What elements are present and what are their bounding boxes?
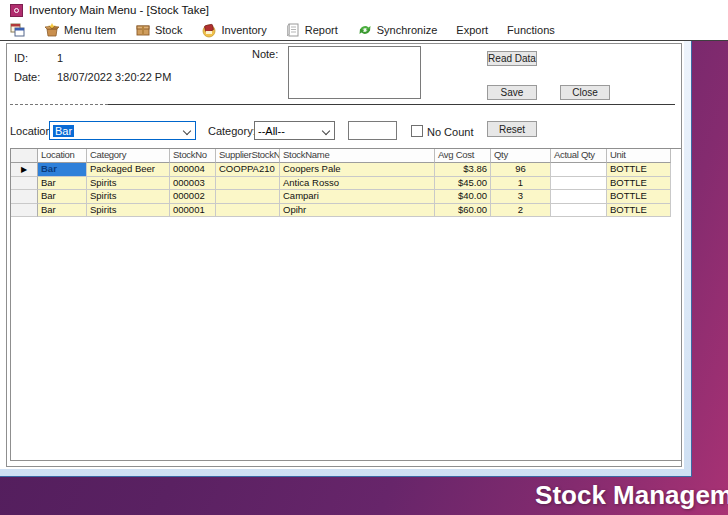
grid-cell[interactable]: 000002 bbox=[170, 190, 216, 204]
menu-item-icon bbox=[44, 22, 60, 38]
stock-label: Stock bbox=[155, 24, 183, 36]
export-button[interactable]: Export bbox=[454, 20, 490, 40]
row-header-cell bbox=[11, 190, 38, 204]
location-label: Location: bbox=[10, 125, 55, 137]
grid-cell[interactable]: 000001 bbox=[170, 204, 216, 218]
stock-take-form: ID: 1 Date: 18/07/2022 3:20:22 PM Note: … bbox=[0, 41, 692, 477]
grid-cell[interactable]: 2 bbox=[491, 204, 551, 218]
grid-cell[interactable] bbox=[216, 204, 280, 218]
grid-cell[interactable]: $40.00 bbox=[435, 190, 491, 204]
row-arrow-icon: ▶ bbox=[21, 165, 27, 174]
column-header-category[interactable]: Category bbox=[87, 149, 170, 163]
grid-cell[interactable]: Antica Rosso bbox=[280, 177, 435, 191]
grid-cell[interactable]: Packaged Beer bbox=[87, 163, 170, 177]
grid-cell[interactable]: 000004 bbox=[170, 163, 216, 177]
grid-cell[interactable]: Bar bbox=[38, 190, 87, 204]
grid-cell[interactable]: Coopers Pale bbox=[280, 163, 435, 177]
current-row-indicator: ▶ bbox=[11, 163, 38, 177]
grid-cell[interactable]: Bar bbox=[38, 204, 87, 218]
functions-button[interactable]: Functions bbox=[505, 20, 557, 40]
grid-cell[interactable] bbox=[216, 177, 280, 191]
reset-button[interactable]: Reset bbox=[487, 121, 537, 137]
grid-cell[interactable]: $3.86 bbox=[435, 163, 491, 177]
column-header-avg-cost[interactable]: Avg Cost bbox=[435, 149, 491, 163]
grid-corner-cell bbox=[11, 149, 38, 163]
column-header-unit[interactable]: Unit bbox=[607, 149, 671, 163]
table-row[interactable]: BarSpirits000003Antica Rosso$45.001BOTTL… bbox=[11, 177, 681, 191]
separator-line bbox=[108, 104, 675, 105]
grid-cell[interactable]: BOTTLE bbox=[607, 177, 671, 191]
grid-cell[interactable]: 3 bbox=[491, 190, 551, 204]
chevron-down-icon bbox=[322, 127, 330, 135]
close-button[interactable]: Close bbox=[560, 85, 610, 100]
id-value: 1 bbox=[57, 52, 63, 64]
grid-cell[interactable]: COOPPA210 bbox=[216, 163, 280, 177]
stock-take-grid[interactable]: LocationCategoryStockNoSupplierStockNoSt… bbox=[10, 148, 682, 461]
category-combobox[interactable]: --All-- bbox=[254, 121, 335, 140]
grid-cell[interactable]: Spirits bbox=[87, 177, 170, 191]
grid-cell[interactable] bbox=[551, 177, 607, 191]
grid-cell[interactable]: 1 bbox=[491, 177, 551, 191]
chevron-down-icon bbox=[183, 127, 191, 135]
location-combobox[interactable]: Bar bbox=[49, 121, 196, 140]
inventory-label: Inventory bbox=[221, 24, 266, 36]
column-header-qty[interactable]: Qty bbox=[491, 149, 551, 163]
no-count-checkbox[interactable] bbox=[411, 125, 423, 137]
table-row[interactable]: ▶BarPackaged Beer000004COOPPA210Coopers … bbox=[11, 163, 681, 177]
stock-button[interactable]: Stock bbox=[133, 20, 185, 40]
grid-cell[interactable]: Campari bbox=[280, 190, 435, 204]
grid-cell[interactable]: 000003 bbox=[170, 177, 216, 191]
report-button[interactable]: Report bbox=[284, 20, 340, 40]
table-row[interactable]: BarSpirits000001Opihr$60.002BOTTLE bbox=[11, 204, 681, 218]
grid-cell[interactable]: Opihr bbox=[280, 204, 435, 218]
column-header-stockname[interactable]: StockName bbox=[280, 149, 435, 163]
column-header-actual-qty[interactable]: Actual Qty bbox=[551, 149, 607, 163]
grid-cell[interactable]: Spirits bbox=[87, 190, 170, 204]
cascade-windows-icon[interactable] bbox=[8, 20, 27, 40]
category-value: --All-- bbox=[258, 125, 285, 137]
app-icon bbox=[10, 4, 23, 17]
note-input[interactable] bbox=[288, 46, 421, 99]
location-value: Bar bbox=[53, 125, 74, 137]
stock-take-form-surface: ID: 1 Date: 18/07/2022 3:20:22 PM Note: … bbox=[0, 41, 684, 469]
table-row[interactable]: BarSpirits000002Campari$40.003BOTTLE bbox=[11, 190, 681, 204]
grid-cell[interactable]: 96 bbox=[491, 163, 551, 177]
grid-cell[interactable] bbox=[551, 190, 607, 204]
grid-cell[interactable] bbox=[551, 204, 607, 218]
read-data-button[interactable]: Read Data bbox=[487, 51, 537, 66]
export-label: Export bbox=[456, 24, 488, 36]
grid-cell[interactable]: Bar bbox=[38, 177, 87, 191]
inventory-button[interactable]: Inventory bbox=[199, 20, 268, 40]
window-title: Inventory Main Menu - [Stock Take] bbox=[29, 4, 209, 16]
column-header-supplierstockno[interactable]: SupplierStockNo bbox=[216, 149, 280, 163]
menu-item-label: Menu Item bbox=[64, 24, 116, 36]
stock-icon bbox=[135, 22, 151, 38]
search-input[interactable] bbox=[348, 121, 397, 140]
report-icon bbox=[286, 22, 301, 38]
save-button[interactable]: Save bbox=[487, 85, 537, 100]
column-header-location[interactable]: Location bbox=[38, 149, 87, 163]
grid-header-row: LocationCategoryStockNoSupplierStockNoSt… bbox=[11, 149, 681, 163]
grid-cell[interactable] bbox=[551, 163, 607, 177]
brand-text: Stock Managem bbox=[535, 480, 728, 511]
grid-cell[interactable]: $60.00 bbox=[435, 204, 491, 218]
grid-cell[interactable]: BOTTLE bbox=[607, 190, 671, 204]
inventory-icon bbox=[201, 22, 217, 38]
grid-cell[interactable]: $45.00 bbox=[435, 177, 491, 191]
menu-item-button[interactable]: Menu Item bbox=[42, 20, 118, 40]
grid-cell[interactable]: Spirits bbox=[87, 204, 170, 218]
date-label: Date: bbox=[14, 71, 40, 83]
synchronize-button[interactable]: Synchronize bbox=[355, 20, 440, 40]
grid-cell[interactable] bbox=[216, 190, 280, 204]
grid-cell[interactable]: Bar bbox=[38, 163, 87, 177]
row-header-cell bbox=[11, 204, 38, 218]
id-label: ID: bbox=[14, 52, 28, 64]
synchronize-icon bbox=[357, 22, 373, 38]
grid-cell[interactable]: BOTTLE bbox=[607, 163, 671, 177]
synchronize-label: Synchronize bbox=[377, 24, 438, 36]
report-label: Report bbox=[305, 24, 338, 36]
title-bar: Inventory Main Menu - [Stock Take] bbox=[0, 0, 728, 20]
grid-cell[interactable]: BOTTLE bbox=[607, 204, 671, 218]
column-header-stockno[interactable]: StockNo bbox=[170, 149, 216, 163]
dashed-separator bbox=[10, 104, 108, 105]
